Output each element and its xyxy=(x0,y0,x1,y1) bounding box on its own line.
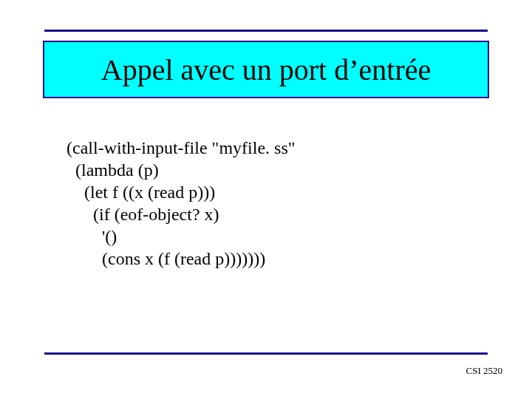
code-line: (call-with-input-file "myfile. ss" xyxy=(66,137,488,159)
title-box: Appel avec un port d’entrée xyxy=(43,41,489,98)
code-block: (call-with-input-file "myfile. ss" (lamb… xyxy=(66,137,488,270)
footer-label: CSI 2520 xyxy=(466,365,502,377)
top-divider xyxy=(44,30,488,32)
code-line: (let f ((x (read p))) xyxy=(66,181,488,203)
code-line: (lambda (p) xyxy=(66,159,488,181)
code-line: (cons x (f (read p))))))) xyxy=(66,248,488,270)
slide-title: Appel avec un port d’entrée xyxy=(101,52,431,87)
code-line: '() xyxy=(66,225,488,248)
slide: Appel avec un port d’entrée (call-with-i… xyxy=(0,0,532,399)
bottom-divider xyxy=(44,352,488,355)
code-line: (if (eof-object? x) xyxy=(66,203,488,225)
